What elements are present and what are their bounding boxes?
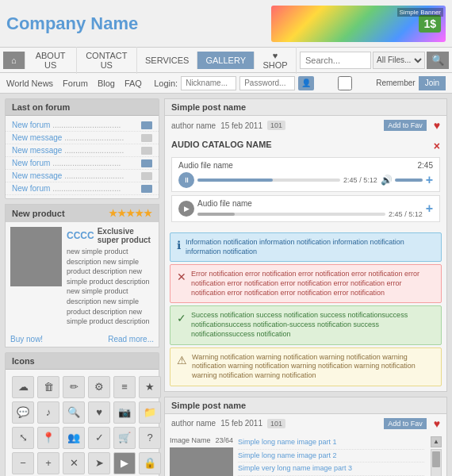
- success-icon: ✓: [177, 311, 186, 339]
- join-button[interactable]: Join: [419, 76, 446, 90]
- forum-item: New forum ..............................…: [6, 157, 159, 170]
- chat-icon[interactable]: 💬: [12, 401, 34, 424]
- banner: Simple Banner 1$: [271, 6, 446, 42]
- search-input[interactable]: [300, 52, 371, 69]
- remember-checkbox[interactable]: [317, 76, 373, 90]
- search-container: All Files... 🔍: [300, 52, 449, 69]
- gallery-button[interactable]: GALLERY: [197, 52, 255, 69]
- services-button[interactable]: SERVICES: [137, 52, 197, 69]
- nickname-input[interactable]: [181, 76, 236, 90]
- audio-file-name-1: Audio file name 2:45: [178, 161, 433, 170]
- post2-header: Simple post name: [165, 397, 446, 414]
- music-icon[interactable]: ♪: [37, 401, 59, 424]
- files-select[interactable]: All Files...: [373, 52, 425, 69]
- search-icon[interactable]: 🔍: [63, 401, 85, 424]
- star-icon[interactable]: ★: [139, 376, 161, 398]
- company-name-colored: Name: [90, 13, 138, 33]
- subnav-world-news[interactable]: World News: [6, 79, 53, 88]
- forum-link[interactable]: New forum ..............................…: [12, 184, 141, 193]
- fav-heart-icon[interactable]: ♥: [434, 119, 440, 132]
- plus-icon[interactable]: +: [37, 452, 59, 474]
- users-icon[interactable]: 👥: [63, 427, 85, 449]
- shop-button[interactable]: ♥ SHOP: [255, 47, 297, 74]
- post2-scrollbar: ▲ ▼: [431, 436, 442, 476]
- buy-link[interactable]: Buy now!: [10, 335, 43, 344]
- banner-price: 1$: [419, 15, 441, 33]
- forum-header: Last on forum: [6, 99, 159, 116]
- add-fav-button-2[interactable]: Add to Fav: [384, 418, 427, 429]
- audio-close-button[interactable]: ×: [434, 140, 440, 152]
- scroll-up-button[interactable]: ▲: [431, 436, 442, 447]
- audio-progress-1[interactable]: [197, 178, 340, 182]
- error-notification: ✕ Error notification error notification …: [170, 264, 442, 303]
- home-button[interactable]: ⌂: [3, 52, 25, 69]
- cloud-icon[interactable]: ☁: [12, 376, 34, 398]
- pencil-icon[interactable]: ✏: [63, 376, 85, 398]
- list-item[interactable]: Simple long name image part 2: [238, 450, 424, 463]
- folder-icon[interactable]: 📁: [139, 401, 161, 424]
- product-name: Exclusive super product: [98, 227, 154, 244]
- play-button-2[interactable]: ▶: [178, 201, 194, 217]
- lock-icon[interactable]: 🔒: [139, 452, 161, 474]
- forum-icon: [141, 147, 152, 155]
- post2-image-area: Image Name 23/64 ◀ ▶: [170, 436, 233, 476]
- password-input[interactable]: [239, 76, 295, 90]
- list-item[interactable]: Simple very long name image part 3: [238, 463, 424, 476]
- product-description: new simple product description new simpl…: [67, 247, 154, 327]
- heart-icon[interactable]: ♥: [88, 401, 110, 424]
- add-fav-button[interactable]: Add to Fav: [384, 120, 427, 131]
- audio-add-button[interactable]: +: [426, 173, 433, 187]
- trash-icon[interactable]: 🗑: [37, 376, 59, 398]
- post1-author: author name: [171, 121, 216, 130]
- company-name: Company Name: [6, 13, 271, 34]
- forum-link[interactable]: New message ...........................: [12, 171, 141, 180]
- post2-author: author name: [171, 419, 216, 428]
- forum-link[interactable]: New forum ..............................…: [12, 121, 141, 129]
- image-meta: Image Name 23/64: [170, 436, 233, 444]
- subnav-forum[interactable]: Forum: [63, 79, 88, 88]
- post2-image: [170, 447, 233, 476]
- post-card-1: Simple post name author name 15 feb 2011…: [164, 98, 447, 392]
- pause-button[interactable]: ⏸: [178, 172, 194, 188]
- post-card-2: Simple post name author name 15 feb 2011…: [164, 397, 447, 476]
- forum-link[interactable]: New message ...........................: [12, 146, 141, 155]
- search-button[interactable]: 🔍: [427, 52, 449, 69]
- minus-icon[interactable]: −: [12, 452, 34, 474]
- file1-time: 2:45: [418, 161, 433, 170]
- audio-progress-fill-2: [197, 213, 235, 216]
- contact-button[interactable]: CONTACT US: [77, 47, 137, 74]
- check-icon[interactable]: ✓: [88, 427, 110, 449]
- forum-link[interactable]: New forum ..............................…: [12, 159, 141, 167]
- menu-icon[interactable]: ≡: [113, 376, 136, 398]
- audio-track-2: Audio file name 2:45 / 5:12: [197, 199, 423, 218]
- audio-catalog-title: AUDIO CATALOG NAME ×: [171, 140, 440, 152]
- play-icon[interactable]: ▶: [113, 452, 136, 474]
- subnav-faq[interactable]: FAQ: [124, 79, 142, 88]
- gear-icon[interactable]: ⚙: [88, 376, 110, 398]
- list-item[interactable]: Simple long name image part 1: [238, 436, 424, 450]
- audio-add-button-2[interactable]: +: [426, 202, 433, 216]
- cart-icon[interactable]: 🛒: [113, 427, 136, 449]
- expand-icon[interactable]: ⤡: [12, 427, 34, 449]
- forum-list: New forum ..............................…: [6, 116, 159, 198]
- camera-icon[interactable]: 📷: [113, 401, 136, 424]
- volume-bar[interactable]: [395, 178, 423, 182]
- help-icon[interactable]: ?: [139, 427, 161, 449]
- forum-icon: [141, 172, 152, 180]
- audio-progress-2[interactable]: [197, 213, 385, 216]
- forum-link[interactable]: New message ...........................: [12, 133, 141, 142]
- forum-item: New forum ..............................…: [6, 119, 159, 132]
- subnav-blog[interactable]: Blog: [98, 79, 115, 88]
- close-icon[interactable]: ✕: [63, 452, 85, 474]
- arrow-right-icon[interactable]: ➤: [88, 452, 110, 474]
- pin-icon[interactable]: 📍: [37, 427, 59, 449]
- scroll-track[interactable]: [431, 449, 442, 476]
- company-text: Company: [6, 13, 90, 33]
- audio-progress-row-2: 2:45 / 5:12: [197, 210, 423, 218]
- fav-heart-icon-2[interactable]: ♥: [434, 417, 440, 430]
- read-more-link[interactable]: Read more...: [108, 335, 154, 344]
- about-button[interactable]: ABOUT US: [25, 47, 77, 74]
- forum-icon-blue: [141, 185, 152, 193]
- audio-player-2: ▶ Audio file name 2:45 / 5:12: [171, 195, 440, 222]
- post2-views: 101: [267, 419, 285, 428]
